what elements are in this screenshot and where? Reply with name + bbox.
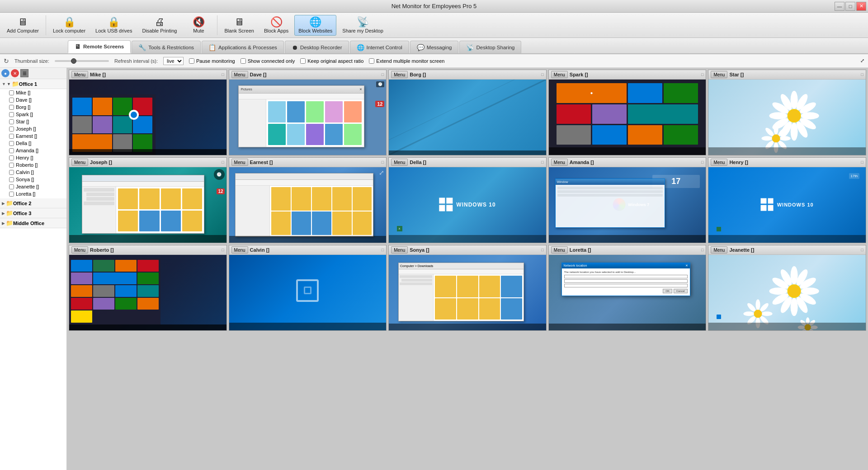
expand-screen-dave[interactable]: □ [382, 72, 384, 77]
tab-applications-processes[interactable]: 📋 Applications & Processes [202, 41, 284, 53]
sidebar-item-earnest[interactable]: Earnest [] [0, 132, 66, 140]
show-connected-check[interactable]: Show connected only [241, 58, 295, 64]
menu-button-sonya[interactable]: Menu [391, 246, 408, 254]
disable-printing-button[interactable]: 🖨 Disable Printing [138, 15, 181, 36]
tab-messaging[interactable]: 💬 Messaging [410, 41, 459, 53]
screen-preview-joseph[interactable]: 🕐 12 [69, 167, 226, 243]
expand-screen-calvin[interactable]: □ [382, 248, 384, 252]
screen-preview-della[interactable]: WINDOWS 10 X [389, 167, 546, 243]
menu-button-dave[interactable]: Menu [231, 71, 248, 78]
keep-aspect-check[interactable]: Keep original aspect ratio [300, 58, 363, 64]
loretta-checkbox[interactable] [9, 192, 14, 197]
menu-button-borg[interactable]: Menu [391, 71, 408, 78]
roberto-checkbox[interactable] [9, 163, 14, 168]
expand-icon[interactable]: ▼ [2, 82, 6, 86]
menu-button-loretta[interactable]: Menu [551, 246, 568, 254]
screen-preview-amanda[interactable]: Windows 7 17 Window [549, 167, 706, 243]
menu-button-henry[interactable]: Menu [711, 159, 727, 166]
close-button[interactable]: ✕ [856, 2, 866, 11]
sidebar-item-calvin[interactable]: Calvin [] [0, 169, 66, 176]
expand-screen-star[interactable]: □ [861, 72, 863, 77]
menu-button-joseph[interactable]: Menu [71, 159, 88, 166]
joseph-checkbox[interactable] [9, 127, 14, 132]
expand-icon-o3[interactable]: ▶ [2, 211, 5, 216]
refresh-interval-select[interactable]: live 1 2 5 10 [163, 57, 184, 65]
menu-button-amanda[interactable]: Menu [551, 159, 568, 166]
borg-checkbox[interactable] [9, 105, 14, 110]
add-computer-button[interactable]: 🖥 Add Computer [3, 15, 43, 36]
spark-checkbox[interactable] [9, 112, 14, 117]
menu-button-earnest[interactable]: Menu [231, 159, 248, 166]
screen-preview-calvin[interactable] [229, 255, 387, 330]
sidebar-group-middle-office[interactable]: ▶ 📁 Middle Office [0, 218, 66, 228]
sidebar-group-office3[interactable]: ▶ 📁 Office 3 [0, 208, 66, 218]
block-websites-button[interactable]: 🌐 Block Websites [294, 15, 336, 36]
screen-preview-jeanette[interactable] [708, 255, 866, 330]
sidebar-item-dave[interactable]: Dave [] [0, 96, 66, 103]
minimize-button[interactable]: — [835, 2, 844, 11]
menu-button-mike[interactable]: Menu [71, 71, 88, 78]
ld-ok-btn[interactable]: OK [663, 289, 672, 293]
tab-desktop-recorder[interactable]: ⏺ Desktop Recorder [285, 41, 349, 53]
sonya-checkbox[interactable] [9, 177, 14, 182]
menu-button-calvin[interactable]: Menu [231, 246, 248, 254]
sidebar-item-roberto[interactable]: Roberto [] [0, 161, 66, 169]
sidebar-item-jeanette[interactable]: Jeanette [] [0, 183, 66, 190]
sidebar-group-office1[interactable]: ▼ ▼ 📁 Office 1 [0, 79, 66, 89]
screen-preview-sonya[interactable]: Computer > Downloads [389, 255, 546, 330]
menu-button-roberto[interactable]: Menu [71, 246, 88, 254]
mike-checkbox[interactable] [9, 90, 14, 95]
henry-checkbox[interactable] [9, 155, 14, 160]
tab-remote-screens[interactable]: 🖥 Remote Screens [68, 40, 131, 53]
expand-screen-amanda[interactable]: □ [701, 160, 703, 164]
block-apps-button[interactable]: 🚫 Block Apps [260, 15, 292, 36]
sidebar-item-mike[interactable]: Mike [] [0, 89, 66, 96]
screen-preview-dave[interactable]: 🕐 12 Pictures ✕ [229, 80, 387, 155]
expand-screen-borg[interactable]: □ [541, 72, 543, 77]
expand-screen-sonya[interactable]: □ [541, 248, 543, 252]
refresh-icon[interactable]: ↻ [4, 57, 9, 65]
menu-button-jeanette[interactable]: Menu [711, 246, 727, 254]
sidebar-item-sonya[interactable]: Sonya [] [0, 176, 66, 183]
tab-tools-restrictions[interactable]: 🔧 Tools & Restrictions [132, 41, 201, 53]
sidebar-item-loretta[interactable]: Loretta [] [0, 190, 66, 197]
thumbnail-size-slider[interactable] [55, 60, 109, 62]
maximize-button[interactable]: □ [845, 2, 855, 11]
expand-screen-della[interactable]: □ [541, 160, 543, 164]
expand-screen-mike[interactable]: □ [222, 72, 224, 77]
sidebar-icon-2[interactable]: ✕ [11, 69, 19, 77]
earnest-checkbox[interactable] [9, 134, 14, 139]
sidebar-item-della[interactable]: Della [] [0, 140, 66, 147]
tab-internet-control[interactable]: 🌐 Internet Control [350, 41, 409, 53]
expand-icon-mo[interactable]: ▶ [2, 221, 5, 226]
blank-screen-button[interactable]: 🖥 Blank Screen [220, 15, 258, 36]
pause-monitoring-checkbox[interactable] [189, 58, 194, 64]
options-expand-icon[interactable]: ⤢ [860, 58, 864, 64]
extend-monitor-check[interactable]: Extend multiple monitor screen [369, 58, 444, 64]
sidebar-icon-3[interactable]: ☰ [20, 69, 28, 77]
expand-screen-joseph[interactable]: □ [222, 160, 224, 164]
amanda-checkbox[interactable] [9, 148, 14, 153]
expand-screen-jeanette[interactable]: □ [861, 248, 863, 252]
expand-screen-roberto[interactable]: □ [222, 248, 224, 252]
jeanette-checkbox[interactable] [9, 184, 14, 189]
pause-monitoring-check[interactable]: Pause monitoring [189, 58, 235, 64]
calvin-checkbox[interactable] [9, 170, 14, 175]
sidebar-item-amanda[interactable]: Amanda [] [0, 147, 66, 154]
sidebar-group-office2[interactable]: ▶ 📁 Office 2 [0, 198, 66, 208]
expand-screen-loretta[interactable]: □ [701, 248, 703, 252]
lock-usb-button[interactable]: 🔒 Lock USB drives [91, 15, 136, 36]
sidebar-item-henry[interactable]: Henry [] [0, 154, 66, 161]
keep-aspect-checkbox[interactable] [300, 58, 306, 64]
screen-preview-spark[interactable]: ● [549, 80, 706, 155]
show-connected-checkbox[interactable] [241, 58, 246, 64]
screen-preview-earnest[interactable]: ⤢ [229, 167, 387, 243]
ld-cancel-btn[interactable]: Cancel [674, 289, 688, 293]
tab-desktop-sharing[interactable]: 📡 Desktop Sharing [459, 41, 521, 53]
expand-screen-spark[interactable]: □ [701, 72, 703, 77]
sidebar-icon-1[interactable]: ● [1, 69, 9, 77]
della-checkbox[interactable] [9, 141, 14, 146]
screen-preview-roberto[interactable] [69, 255, 226, 330]
screen-preview-star[interactable] [708, 80, 866, 155]
lock-computer-button[interactable]: 🔒 Lock computer [49, 15, 90, 36]
